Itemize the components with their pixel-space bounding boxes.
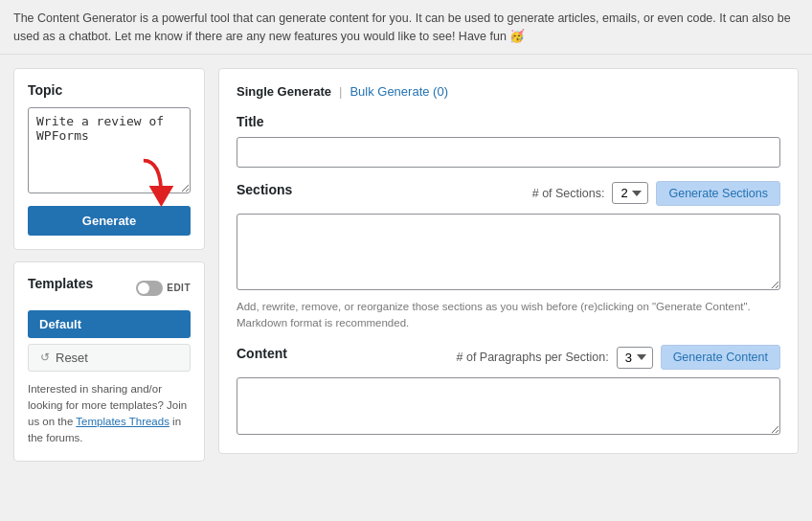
edit-label: EDIT — [167, 283, 191, 293]
sections-controls: # of Sections: 1 2 3 4 5 Generate Sectio… — [532, 181, 780, 206]
sections-count-select[interactable]: 1 2 3 4 5 — [612, 182, 648, 204]
templates-threads-link[interactable]: Templates Threads — [76, 416, 169, 427]
edit-toggle-area[interactable]: EDIT — [136, 281, 191, 296]
sections-hint-text: Add, rewrite, remove, or reorganize thos… — [237, 299, 780, 332]
generate-sections-button[interactable]: Generate Sections — [656, 181, 780, 206]
templates-card: Templates EDIT Default ↺ Reset Intereste… — [13, 261, 205, 462]
default-template-button[interactable]: Default — [28, 310, 191, 338]
topic-card: Topic Write a review of WPForms Generate — [13, 68, 205, 250]
sections-row: Sections # of Sections: 1 2 3 4 5 Genera… — [237, 181, 780, 206]
tabs-row: Single Generate | Bulk Generate (0) — [237, 84, 780, 99]
topic-input[interactable]: Write a review of WPForms — [28, 107, 191, 193]
reset-button[interactable]: ↺ Reset — [28, 344, 191, 372]
paragraphs-label: # of Paragraphs per Section: — [457, 351, 609, 364]
edit-toggle-switch[interactable] — [136, 281, 163, 296]
tab-single-generate[interactable]: Single Generate — [237, 84, 331, 99]
tab-divider: | — [339, 84, 342, 99]
right-panel: Single Generate | Bulk Generate (0) Titl… — [218, 68, 799, 455]
topic-title: Topic — [28, 82, 191, 98]
title-input[interactable] — [237, 137, 780, 168]
templates-header: Templates EDIT — [28, 276, 191, 301]
templates-footer: Interested in sharing and/or looking for… — [28, 381, 191, 447]
templates-title: Templates — [28, 276, 93, 291]
content-textarea[interactable] — [237, 377, 780, 435]
reset-label: Reset — [56, 351, 88, 365]
sections-label: Sections — [237, 182, 292, 197]
content-row: Content # of Paragraphs per Section: 1 2… — [237, 345, 780, 370]
generate-content-button[interactable]: Generate Content — [661, 345, 780, 370]
content-controls: # of Paragraphs per Section: 1 2 3 4 5 G… — [457, 345, 781, 370]
tab-bulk-generate[interactable]: Bulk Generate (0) — [350, 84, 448, 99]
content-label: Content — [237, 346, 287, 361]
left-panel: Topic Write a review of WPForms Generate — [13, 68, 205, 462]
title-label: Title — [237, 114, 780, 129]
sections-count-label: # of Sections: — [532, 187, 605, 200]
paragraphs-count-select[interactable]: 1 2 3 4 5 — [617, 347, 653, 369]
reset-icon: ↺ — [40, 351, 50, 364]
description-text: The Content Generator is a powerful tool… — [13, 11, 791, 43]
topic-input-wrapper: Write a review of WPForms — [28, 107, 191, 196]
generate-button[interactable]: Generate — [28, 206, 191, 236]
top-bar: The Content Generator is a powerful tool… — [0, 0, 812, 55]
sections-textarea[interactable] — [237, 214, 780, 290]
